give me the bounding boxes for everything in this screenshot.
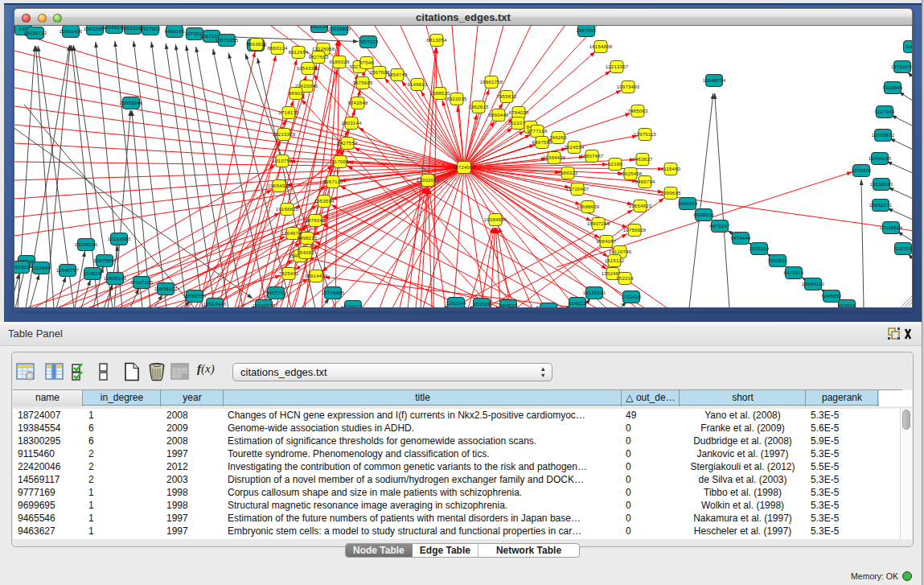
- svg-text:23302033: 23302033: [417, 177, 440, 183]
- svg-text:105487: 105487: [540, 306, 557, 308]
- svg-text:9245052: 9245052: [821, 293, 842, 299]
- svg-text:19166825: 19166825: [276, 206, 299, 212]
- svg-text:8660124: 8660124: [267, 45, 288, 51]
- svg-text:3454749: 3454749: [387, 72, 408, 77]
- svg-text:7825402: 7825402: [278, 270, 299, 276]
- svg-text:19384554: 19384554: [484, 216, 507, 222]
- svg-text:12093872: 12093872: [872, 132, 895, 138]
- svg-text:9329966: 9329966: [882, 84, 903, 90]
- svg-text:15692371: 15692371: [869, 202, 893, 208]
- svg-text:984521: 984521: [499, 303, 517, 308]
- svg-text:8186328: 8186328: [329, 59, 350, 64]
- svg-text:391501: 391501: [14, 264, 30, 270]
- svg-text:12923448: 12923448: [203, 301, 227, 307]
- svg-text:12213369: 12213369: [273, 131, 296, 137]
- svg-text:154093: 154093: [297, 249, 314, 255]
- svg-text:97546: 97546: [359, 60, 374, 65]
- svg-text:18724007: 18724007: [453, 164, 476, 170]
- svg-text:1010755: 1010755: [272, 158, 293, 163]
- svg-text:8427552: 8427552: [337, 140, 358, 146]
- svg-text:14136141: 14136141: [583, 290, 606, 295]
- svg-text:19654923: 19654923: [629, 203, 652, 208]
- svg-text:20206526: 20206526: [75, 241, 98, 247]
- svg-text:10654112: 10654112: [802, 281, 825, 286]
- svg-text:10543382: 10543382: [297, 65, 320, 71]
- svg-text:9242848: 9242848: [347, 100, 368, 105]
- svg-text:14055712: 14055712: [24, 30, 47, 35]
- svg-text:7857224: 7857224: [358, 39, 379, 44]
- svg-text:16648794: 16648794: [703, 77, 726, 83]
- svg-text:9495794: 9495794: [634, 179, 655, 184]
- svg-text:1115680: 1115680: [31, 265, 51, 270]
- svg-text:20091406: 20091406: [60, 28, 83, 34]
- svg-text:98901: 98901: [289, 90, 303, 96]
- svg-text:15102973: 15102973: [253, 303, 276, 308]
- svg-text:114519: 114519: [84, 270, 101, 276]
- svg-text:9474444: 9474444: [730, 235, 751, 241]
- svg-text:2087682: 2087682: [576, 27, 597, 33]
- svg-text:9146821: 9146821: [407, 81, 428, 87]
- svg-text:11121: 11121: [905, 43, 913, 49]
- svg-text:9827503: 9827503: [308, 54, 329, 60]
- svg-text:17957255: 17957255: [130, 279, 154, 285]
- svg-text:3675685: 3675685: [352, 80, 373, 85]
- svg-text:1527602: 1527602: [140, 26, 161, 31]
- svg-text:6879197: 6879197: [709, 223, 730, 229]
- svg-text:8322035: 8322035: [446, 96, 467, 101]
- svg-text:7663822: 7663822: [246, 41, 267, 47]
- svg-text:10756928: 10756928: [623, 227, 647, 233]
- svg-text:17016504: 17016504: [880, 225, 903, 230]
- svg-text:15751074: 15751074: [891, 64, 913, 69]
- svg-text:12153990: 12153990: [108, 236, 131, 241]
- svg-text:8938928: 8938928: [693, 212, 714, 217]
- svg-text:10782759: 10782759: [183, 293, 207, 299]
- svg-text:10958107: 10958107: [154, 286, 178, 291]
- svg-text:10025458: 10025458: [619, 171, 643, 176]
- svg-text:16120746: 16120746: [609, 249, 632, 254]
- svg-text:252214: 252214: [616, 275, 634, 281]
- svg-text:62160: 62160: [608, 161, 622, 167]
- svg-text:15716485: 15716485: [322, 290, 345, 295]
- svg-text:9227343: 9227343: [874, 109, 895, 114]
- svg-text:924505: 924505: [838, 303, 856, 308]
- svg-text:1362615: 1362615: [468, 104, 489, 109]
- svg-text:12213367: 12213367: [606, 64, 629, 69]
- svg-text:7986322: 7986322: [557, 170, 578, 175]
- svg-text:8912954: 8912954: [288, 49, 309, 55]
- svg-text:19654925: 19654925: [268, 183, 291, 188]
- svg-text:30975857: 30975857: [93, 257, 117, 263]
- svg-text:16033809: 16033809: [328, 26, 351, 31]
- svg-text:18907249: 18907249: [587, 220, 610, 226]
- svg-text:8813054: 8813054: [426, 37, 447, 43]
- svg-text:21364436: 21364436: [543, 154, 566, 160]
- svg-text:9084067: 9084067: [596, 238, 617, 244]
- svg-text:16914479: 16914479: [305, 273, 328, 278]
- svg-text:6497568: 6497568: [532, 139, 552, 145]
- svg-text:16210643: 16210643: [870, 181, 893, 187]
- svg-text:6466160: 6466160: [164, 28, 185, 34]
- svg-text:12942757: 12942757: [56, 267, 80, 273]
- svg-text:160338: 160338: [310, 26, 328, 29]
- svg-text:8990448: 8990448: [488, 112, 509, 117]
- svg-text:1640954: 1640954: [677, 200, 698, 206]
- svg-text:120973: 120973: [344, 303, 362, 308]
- svg-text:9457791: 9457791: [265, 290, 286, 295]
- svg-text:9777169: 9777169: [527, 128, 548, 134]
- svg-text:13975115: 13975115: [634, 131, 657, 137]
- svg-text:1099695: 1099695: [660, 190, 681, 196]
- svg-text:8471676: 8471676: [783, 270, 804, 275]
- svg-text:3215955: 3215955: [851, 167, 872, 173]
- svg-text:10807487: 10807487: [581, 153, 604, 159]
- svg-text:3267110: 3267110: [323, 179, 343, 184]
- svg-text:6794028: 6794028: [508, 109, 529, 115]
- svg-text:9115460: 9115460: [661, 166, 681, 171]
- svg-text:1733426: 1733426: [621, 294, 642, 299]
- svg-text:7632621: 7632621: [767, 257, 788, 263]
- svg-text:1588520: 1588520: [429, 90, 450, 96]
- svg-text:2935114: 2935114: [749, 245, 770, 251]
- svg-text:7955812: 7955812: [496, 93, 517, 99]
- svg-text:15720407: 15720407: [566, 186, 589, 192]
- svg-text:10671355: 10671355: [216, 37, 239, 43]
- svg-text:9498222: 9498222: [297, 235, 318, 241]
- svg-text:10973493: 10973493: [617, 84, 640, 89]
